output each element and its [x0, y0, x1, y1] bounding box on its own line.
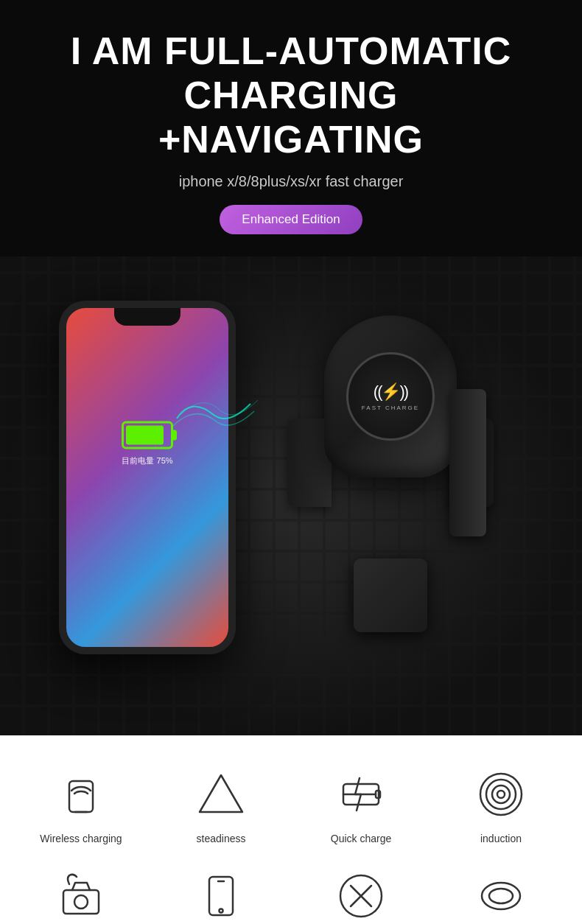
svg-marker-2: [200, 775, 242, 812]
battery-icon: [122, 421, 173, 449]
feature-item-unobstructed-view: Unobstructed view: [435, 867, 567, 924]
feature-item-strong-compatibility: Strong compatibility: [155, 867, 287, 924]
feature-item-short-circuit-protection: Short circuit protection: [295, 867, 427, 924]
svg-point-14: [220, 909, 223, 913]
features-grid: Wireless chargingsteadinessQuick chargei…: [15, 765, 567, 924]
page-title: I AM FULL-AUTOMATIC CHARGING +NAVIGATING: [15, 29, 567, 161]
battery-fill: [126, 426, 164, 445]
vent-clip: [354, 559, 427, 632]
enhanced-edition-badge: Enhanced Edition: [220, 205, 362, 234]
svg-point-19: [489, 889, 513, 903]
subtitle-text: iphone x/8/8plus/xs/xr fast charger: [15, 173, 567, 190]
strong-compatibility-icon: [192, 867, 250, 924]
svg-point-11: [74, 895, 88, 909]
fast-charge-label: FAST CHARGE: [362, 405, 419, 411]
steadiness-icon: [192, 765, 250, 824]
short-circuit-protection-icon: [332, 867, 390, 924]
phone-notch: [114, 308, 180, 326]
feature-item-angle-adjustment: Angle adjustment: [15, 867, 147, 924]
induction-label: induction: [480, 833, 522, 844]
phone-mockup: 目前电量 75%: [59, 301, 236, 654]
unobstructed-view-icon: [471, 867, 530, 924]
lightning-effect: [169, 389, 273, 448]
steadiness-label: steadiness: [197, 833, 246, 844]
induction-icon: [471, 765, 530, 824]
side-grip: [449, 389, 486, 536]
svg-rect-10: [63, 890, 99, 914]
quick-charge-label: Quick charge: [331, 833, 391, 844]
product-image-section: 目前电量 75% ((⚡)) FAST CHARGE: [0, 256, 582, 735]
quick-charge-icon: [332, 765, 390, 824]
features-section: Wireless chargingsteadinessQuick chargei…: [0, 735, 582, 924]
wireless-charging-icon: [52, 765, 111, 824]
header-section: I AM FULL-AUTOMATIC CHARGING +NAVIGATING…: [0, 0, 582, 256]
feature-item-induction: induction: [435, 765, 567, 844]
phone-frame: 目前电量 75%: [59, 301, 236, 654]
charger-holder: ((⚡)) FAST CHARGE: [287, 315, 494, 669]
svg-point-8: [492, 785, 510, 803]
svg-rect-0: [69, 781, 93, 812]
phone-screen-content: 目前电量 75%: [122, 421, 173, 466]
angle-adjustment-icon: [52, 867, 111, 924]
wireless-waves-icon: ((⚡)): [374, 382, 407, 402]
svg-point-18: [482, 883, 520, 909]
feature-item-quick-charge: Quick charge: [295, 765, 427, 844]
charge-text: 目前电量 75%: [122, 455, 173, 466]
feature-item-steadiness: steadiness: [155, 765, 287, 844]
wireless-charging-label: Wireless charging: [40, 833, 122, 844]
feature-item-wireless-charging: Wireless charging: [15, 765, 147, 844]
svg-point-9: [497, 791, 505, 798]
svg-point-7: [486, 780, 516, 809]
wireless-circle: ((⚡)) FAST CHARGE: [346, 352, 435, 441]
holder-body: ((⚡)) FAST CHARGE: [324, 315, 457, 477]
